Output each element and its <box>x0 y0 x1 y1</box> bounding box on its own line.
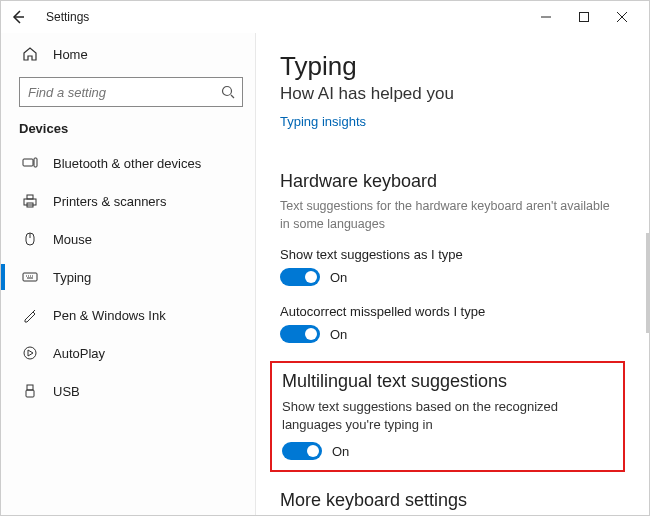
home-icon <box>21 45 39 63</box>
sidebar-item-bluetooth[interactable]: Bluetooth & other devices <box>1 144 255 182</box>
multilingual-highlight: Multilingual text suggestions Show text … <box>270 361 625 472</box>
sidebar-home[interactable]: Home <box>1 37 255 71</box>
sidebar-section-label: Devices <box>1 117 255 144</box>
hardware-keyboard-desc: Text suggestions for the hardware keyboa… <box>280 198 620 233</box>
arrow-left-icon <box>11 10 25 24</box>
sidebar-item-label: Bluetooth & other devices <box>53 156 201 171</box>
svg-point-1 <box>223 87 232 96</box>
scrollbar[interactable] <box>646 233 649 333</box>
keyboard-icon <box>21 268 39 286</box>
sidebar-home-label: Home <box>53 47 88 62</box>
page-subtitle: How AI has helped you <box>280 84 625 104</box>
svg-point-9 <box>24 347 36 359</box>
autocorrect-state: On <box>330 327 347 342</box>
svg-rect-8 <box>23 273 37 281</box>
autocorrect-label: Autocorrect misspelled words I type <box>280 304 625 319</box>
sidebar-item-printers[interactable]: Printers & scanners <box>1 182 255 220</box>
mouse-icon <box>21 230 39 248</box>
svg-rect-3 <box>34 158 37 167</box>
multilingual-state: On <box>332 444 349 459</box>
sidebar-item-label: AutoPlay <box>53 346 105 361</box>
maximize-button[interactable] <box>565 3 603 31</box>
sidebar-item-label: Pen & Windows Ink <box>53 308 166 323</box>
search-icon <box>221 85 235 99</box>
typing-insights-link[interactable]: Typing insights <box>280 114 366 129</box>
suggestions-state: On <box>330 270 347 285</box>
multilingual-desc: Show text suggestions based on the recog… <box>282 398 613 434</box>
sidebar-item-autoplay[interactable]: AutoPlay <box>1 334 255 372</box>
sidebar-item-usb[interactable]: USB <box>1 372 255 410</box>
content-area: Typing How AI has helped you Typing insi… <box>256 33 649 515</box>
multilingual-toggle[interactable] <box>282 442 322 460</box>
usb-icon <box>21 382 39 400</box>
svg-rect-5 <box>27 195 33 199</box>
suggestions-label: Show text suggestions as I type <box>280 247 625 262</box>
close-button[interactable] <box>603 3 641 31</box>
sidebar-item-label: Mouse <box>53 232 92 247</box>
autocorrect-toggle[interactable] <box>280 325 320 343</box>
maximize-icon <box>579 12 589 22</box>
devices-icon <box>21 154 39 172</box>
multilingual-heading: Multilingual text suggestions <box>282 371 613 392</box>
svg-rect-0 <box>580 13 589 22</box>
pen-icon <box>21 306 39 324</box>
close-icon <box>617 12 627 22</box>
sidebar: Home Devices Bluetooth & other devices P… <box>1 33 256 515</box>
more-keyboard-heading: More keyboard settings <box>280 490 625 511</box>
printer-icon <box>21 192 39 210</box>
svg-rect-11 <box>26 390 34 397</box>
svg-rect-10 <box>27 385 33 390</box>
search-input[interactable] <box>19 77 243 107</box>
suggestions-toggle[interactable] <box>280 268 320 286</box>
sidebar-item-mouse[interactable]: Mouse <box>1 220 255 258</box>
minimize-icon <box>541 12 551 22</box>
svg-rect-2 <box>23 159 33 166</box>
sidebar-item-label: Printers & scanners <box>53 194 166 209</box>
sidebar-item-typing[interactable]: Typing <box>1 258 255 296</box>
sidebar-item-label: Typing <box>53 270 91 285</box>
page-title: Typing <box>280 51 625 82</box>
back-button[interactable] <box>4 3 32 31</box>
svg-rect-4 <box>24 199 36 205</box>
titlebar: Settings <box>1 1 649 33</box>
hardware-keyboard-heading: Hardware keyboard <box>280 171 625 192</box>
minimize-button[interactable] <box>527 3 565 31</box>
sidebar-item-pen[interactable]: Pen & Windows Ink <box>1 296 255 334</box>
window-title: Settings <box>46 10 89 24</box>
search-container <box>19 77 243 107</box>
sidebar-item-label: USB <box>53 384 80 399</box>
autoplay-icon <box>21 344 39 362</box>
